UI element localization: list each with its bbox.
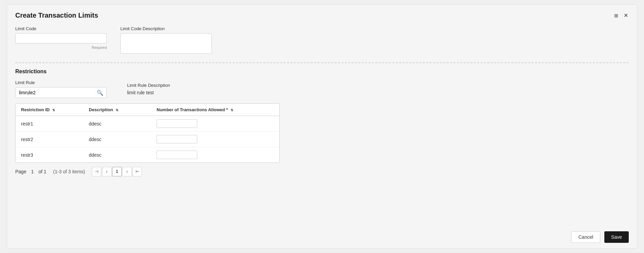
table-row: restr1 ddesc xyxy=(16,116,279,132)
modal-footer: Cancel Save xyxy=(571,231,629,243)
limit-code-desc-group: Limit Code Description xyxy=(120,26,212,54)
table-header-row: Restriction ID ⇅ Description ⇅ Number of… xyxy=(16,104,279,116)
table-row: restr3 ddesc xyxy=(16,147,279,163)
top-form-row: Limit Code Required Limit Code Descripti… xyxy=(15,26,629,54)
restrictions-table: Restriction ID ⇅ Description ⇅ Number of… xyxy=(16,104,279,162)
page-range-label: (1-3 of 3 items) xyxy=(53,169,85,174)
limit-code-label: Limit Code xyxy=(15,26,107,31)
divider-1 xyxy=(15,62,629,63)
last-page-icon: ⊢ xyxy=(136,169,139,174)
cell-transactions[interactable] xyxy=(151,132,279,147)
modal-title: Create Transaction Limits xyxy=(15,12,98,19)
pagination: Page 1 of 1 (1-3 of 3 items) ⊣ ‹ 1 › ⊢ xyxy=(15,167,629,176)
col-header-description[interactable]: Description ⇅ xyxy=(83,104,151,116)
save-button[interactable]: Save xyxy=(604,231,629,243)
expand-button[interactable]: ⊞ xyxy=(613,12,619,19)
page-label: Page xyxy=(15,169,26,174)
cell-transactions[interactable] xyxy=(151,147,279,163)
cell-restriction-id: restr1 xyxy=(16,116,83,132)
restrictions-form-row: Limit Rule 🔍 Limit Rule Description limi… xyxy=(15,80,629,98)
cell-restriction-id: restr3 xyxy=(16,147,83,163)
limit-rule-desc-group: Limit Rule Description limit rule test xyxy=(127,83,170,98)
next-page-icon: › xyxy=(126,169,128,174)
modal-header: Create Transaction Limits ⊞ ✕ xyxy=(15,12,629,19)
cell-transactions[interactable] xyxy=(151,116,279,132)
limit-rule-input[interactable] xyxy=(15,87,107,98)
pagination-buttons: ⊣ ‹ 1 › ⊢ xyxy=(92,167,142,176)
header-icons: ⊞ ✕ xyxy=(613,12,629,19)
limit-rule-group: Limit Rule 🔍 xyxy=(15,80,107,98)
page-1-button[interactable]: 1 xyxy=(112,167,122,176)
limit-rule-desc-label: Limit Rule Description xyxy=(127,83,170,88)
sort-icon-description: ⇅ xyxy=(116,108,118,112)
current-page-display: 1 xyxy=(31,169,34,174)
cell-restriction-id: restr2 xyxy=(16,132,83,147)
col-header-transactions[interactable]: Number of Transactions Allowed * ⇅ xyxy=(151,104,279,116)
page-of-label: of 1 xyxy=(39,169,46,174)
limit-code-input[interactable] xyxy=(15,33,107,43)
close-button[interactable]: ✕ xyxy=(623,12,629,19)
close-icon: ✕ xyxy=(624,12,628,19)
limit-rule-label: Limit Rule xyxy=(15,80,107,85)
cell-description: ddesc xyxy=(83,132,151,147)
required-hint: Required xyxy=(15,45,107,50)
table-row: restr2 ddesc xyxy=(16,132,279,147)
limit-code-desc-label: Limit Code Description xyxy=(120,26,212,31)
limit-code-group: Limit Code Required xyxy=(15,26,107,54)
cell-description: ddesc xyxy=(83,147,151,163)
limit-code-desc-input[interactable] xyxy=(120,33,212,54)
prev-page-button[interactable]: ‹ xyxy=(102,167,112,176)
restrictions-title: Restrictions xyxy=(15,69,629,75)
table-body: restr1 ddesc restr2 ddesc restr3 ddesc xyxy=(16,116,279,163)
first-page-icon: ⊣ xyxy=(95,169,98,174)
first-page-button[interactable]: ⊣ xyxy=(92,167,101,176)
last-page-button[interactable]: ⊢ xyxy=(133,167,142,176)
cancel-button[interactable]: Cancel xyxy=(571,231,600,243)
restrictions-table-wrapper: Restriction ID ⇅ Description ⇅ Number of… xyxy=(15,103,280,163)
col-header-restriction-id[interactable]: Restriction ID ⇅ xyxy=(16,104,83,116)
limit-rule-desc-value: limit rule test xyxy=(127,90,170,98)
create-transaction-limits-modal: Create Transaction Limits ⊞ ✕ Limit Code… xyxy=(7,4,637,249)
limit-rule-search-wrapper: 🔍 xyxy=(15,87,107,98)
sort-icon-restriction-id: ⇅ xyxy=(52,108,55,112)
expand-icon: ⊞ xyxy=(614,13,618,18)
restrictions-section: Restrictions Limit Rule 🔍 Limit Rule Des… xyxy=(15,69,629,182)
prev-page-icon: ‹ xyxy=(106,169,107,174)
next-page-button[interactable]: › xyxy=(122,167,132,176)
cell-description: ddesc xyxy=(83,116,151,132)
sort-icon-transactions: ⇅ xyxy=(230,108,233,112)
